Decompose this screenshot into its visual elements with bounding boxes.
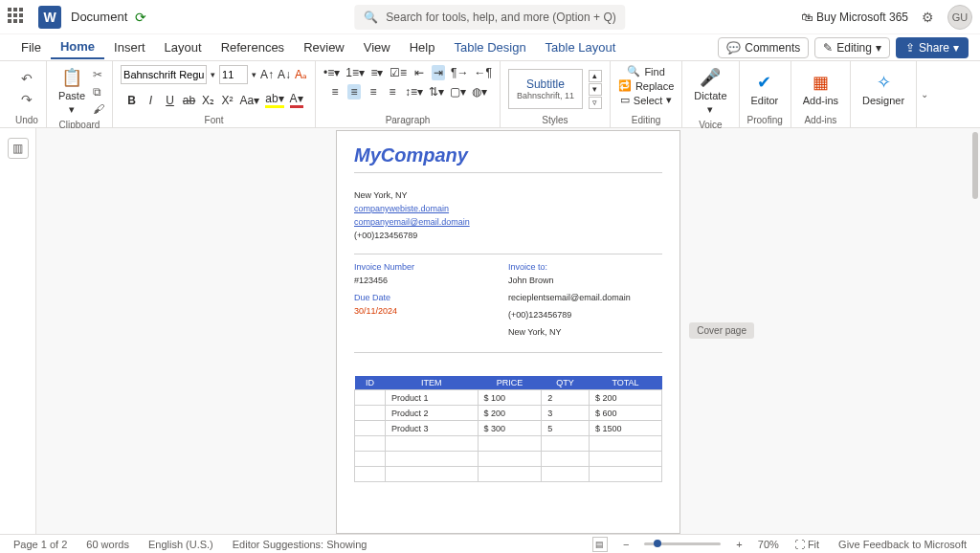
tab-table-layout[interactable]: Table Layout bbox=[536, 36, 626, 58]
strikethrough-button[interactable]: ab bbox=[183, 94, 196, 107]
pages-panel-button[interactable]: ▥ bbox=[8, 138, 29, 159]
shrink-font-button[interactable]: A↓ bbox=[278, 68, 291, 81]
addins-button[interactable]: ▦Add-ins bbox=[799, 70, 842, 108]
company-title[interactable]: MyCompany bbox=[354, 144, 662, 173]
ltr-button[interactable]: ¶→ bbox=[451, 66, 468, 79]
due-date-label: Due Date bbox=[354, 293, 508, 302]
style-prev-button[interactable]: ▴ bbox=[589, 70, 602, 82]
redo-button[interactable]: ↷ bbox=[21, 92, 33, 107]
line-spacing-button[interactable]: ↕≡▾ bbox=[405, 85, 423, 99]
avatar[interactable]: GU bbox=[947, 5, 972, 30]
page-indicator[interactable]: Page 1 of 2 bbox=[10, 539, 71, 550]
highlight-button[interactable]: ab▾ bbox=[265, 92, 283, 108]
clear-formatting-button[interactable]: Aₐ bbox=[295, 68, 307, 81]
items-table[interactable]: ID ITEM PRICE QTY TOTAL Product 1$ 1002$… bbox=[354, 376, 662, 482]
recipient-email[interactable]: recieplentsemail@email.domain bbox=[508, 293, 631, 302]
zoom-out-button[interactable]: − bbox=[619, 539, 633, 550]
numbering-button[interactable]: 1≡▾ bbox=[345, 66, 365, 79]
company-website[interactable]: companywebiste.domain bbox=[354, 204, 449, 213]
tab-references[interactable]: References bbox=[212, 36, 294, 58]
task-list-button[interactable]: ☑≡ bbox=[390, 66, 407, 79]
underline-button[interactable]: U bbox=[164, 94, 177, 107]
justify-button[interactable]: ≡ bbox=[386, 85, 399, 99]
rtl-button[interactable]: ←¶ bbox=[474, 66, 491, 79]
shading-button[interactable]: ◍▾ bbox=[472, 85, 487, 99]
style-preview[interactable]: Subtitle Bahnschrift, 11 bbox=[508, 69, 583, 109]
editing-mode-button[interactable]: ✎ Editing ▾ bbox=[814, 37, 890, 58]
tab-review[interactable]: Review bbox=[294, 36, 354, 58]
vertical-scrollbar[interactable] bbox=[970, 128, 980, 534]
multilevel-list-button[interactable]: ≡▾ bbox=[370, 66, 384, 79]
table-row bbox=[355, 467, 662, 482]
select-button[interactable]: ▭ Select ▾ bbox=[620, 94, 673, 106]
font-size-input[interactable] bbox=[219, 65, 248, 84]
superscript-button[interactable]: X² bbox=[221, 94, 234, 107]
tab-view[interactable]: View bbox=[354, 36, 400, 58]
settings-icon[interactable]: ⚙ bbox=[922, 10, 934, 25]
borders-button[interactable]: ▢▾ bbox=[450, 85, 466, 99]
editor-button[interactable]: ✔Editor bbox=[747, 70, 783, 108]
designer-button[interactable]: ✧Designer bbox=[858, 70, 908, 108]
document-canvas[interactable]: MyCompany New York, NY companywebiste.do… bbox=[36, 128, 980, 534]
recipient-address[interactable]: New York, NY bbox=[508, 327, 662, 337]
find-button[interactable]: 🔍 Find bbox=[627, 65, 664, 77]
feedback-link[interactable]: Give Feedback to Microsoft bbox=[835, 539, 970, 550]
align-right-button[interactable]: ≡ bbox=[367, 85, 380, 99]
fit-button[interactable]: ⛶ Fit bbox=[791, 539, 823, 550]
font-color-button[interactable]: A▾ bbox=[290, 92, 303, 108]
tab-home[interactable]: Home bbox=[51, 35, 104, 59]
company-address[interactable]: New York, NY bbox=[354, 190, 662, 200]
language-indicator[interactable]: English (U.S.) bbox=[145, 539, 217, 550]
italic-button[interactable]: I bbox=[145, 94, 158, 107]
autosave-icon[interactable]: ⟳ bbox=[135, 10, 146, 25]
font-size-chevron-icon[interactable]: ▾ bbox=[252, 70, 256, 79]
undo-button[interactable]: ↶ bbox=[21, 71, 33, 86]
grow-font-button[interactable]: A↑ bbox=[260, 68, 274, 81]
invoice-number[interactable]: #123456 bbox=[354, 276, 508, 285]
format-painter-button[interactable]: 🖌 bbox=[93, 102, 104, 116]
ribbon-overflow-button[interactable]: ⌄ bbox=[921, 89, 928, 100]
comments-button[interactable]: 💬 Comments bbox=[718, 37, 809, 58]
company-phone[interactable]: (+00)123456789 bbox=[354, 231, 662, 240]
font-name-input[interactable] bbox=[121, 65, 207, 84]
tab-file[interactable]: File bbox=[11, 36, 51, 58]
subscript-button[interactable]: X₂ bbox=[202, 94, 215, 107]
tab-insert[interactable]: Insert bbox=[104, 36, 155, 58]
bold-button[interactable]: B bbox=[125, 94, 139, 107]
reading-view-button[interactable]: ▤ bbox=[592, 537, 608, 552]
paragraph-spacing-button[interactable]: ⇅▾ bbox=[429, 85, 444, 99]
change-case-button[interactable]: Aa▾ bbox=[240, 94, 260, 107]
document-title[interactable]: Document bbox=[71, 10, 127, 24]
tab-help[interactable]: Help bbox=[400, 36, 445, 58]
buy-microsoft-link[interactable]: 🛍 Buy Microsoft 365 bbox=[801, 11, 908, 24]
bullets-button[interactable]: •≡▾ bbox=[323, 66, 340, 79]
page[interactable]: MyCompany New York, NY companywebiste.do… bbox=[336, 130, 680, 534]
replace-button[interactable]: 🔁 Replace bbox=[618, 79, 674, 92]
tab-layout[interactable]: Layout bbox=[155, 36, 212, 58]
app-launcher[interactable] bbox=[8, 8, 27, 27]
search-input[interactable]: 🔍 Search for tools, help, and more (Opti… bbox=[354, 5, 625, 30]
zoom-slider[interactable] bbox=[644, 542, 721, 545]
dictate-button[interactable]: 🎤Dictate▾ bbox=[690, 65, 730, 118]
decrease-indent-button[interactable]: ⇤ bbox=[412, 66, 426, 79]
tab-table-design[interactable]: Table Design bbox=[444, 36, 535, 58]
font-name-chevron-icon[interactable]: ▾ bbox=[211, 70, 215, 79]
zoom-level[interactable]: 70% bbox=[758, 539, 779, 550]
company-email[interactable]: companyemail@email.domain bbox=[354, 217, 470, 227]
recipient-name[interactable]: John Brown bbox=[508, 276, 662, 285]
recipient-phone[interactable]: (+00)123456789 bbox=[508, 310, 662, 320]
share-button[interactable]: ⇪ Share ▾ bbox=[896, 37, 969, 58]
align-center-button[interactable]: ≡ bbox=[347, 84, 361, 100]
style-next-button[interactable]: ▾ bbox=[589, 83, 602, 96]
paste-button[interactable]: 📋Paste▾ bbox=[55, 65, 89, 118]
zoom-in-button[interactable]: + bbox=[732, 539, 746, 550]
increase-indent-button[interactable]: ⇥ bbox=[432, 65, 445, 80]
align-left-button[interactable]: ≡ bbox=[328, 85, 342, 99]
cut-button[interactable]: ✂ bbox=[93, 68, 104, 81]
copy-button[interactable]: ⧉ bbox=[93, 85, 104, 99]
due-date[interactable]: 30/11/2024 bbox=[354, 306, 508, 316]
style-gallery-button[interactable]: ▿ bbox=[589, 97, 602, 109]
word-count[interactable]: 60 words bbox=[82, 539, 133, 550]
cover-page-pill[interactable]: Cover page bbox=[689, 322, 754, 339]
editor-suggestions[interactable]: Editor Suggestions: Showing bbox=[229, 539, 371, 550]
